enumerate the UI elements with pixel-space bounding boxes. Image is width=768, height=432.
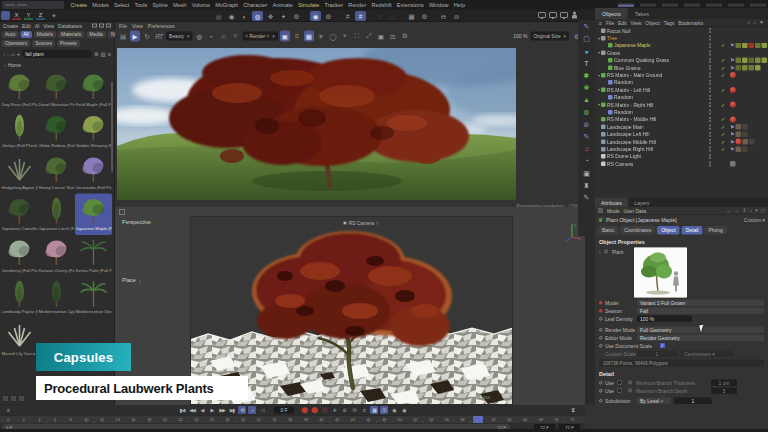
material-chip[interactable] [735, 43, 741, 49]
view-mode-icon[interactable] [3, 396, 8, 401]
breadcrumb[interactable]: ›Home [0, 60, 114, 69]
menu-spline[interactable]: Spline [150, 2, 170, 8]
dock-icon[interactable] [92, 24, 97, 28]
stage-icon[interactable]: ♜ [583, 181, 589, 190]
menu-mesh[interactable]: Mesh [170, 2, 189, 8]
section-tab-detail[interactable]: Detail [682, 226, 703, 235]
crop-icon[interactable]: ⌗ [230, 31, 240, 42]
object-name[interactable]: Landscape Right Hill [607, 146, 653, 152]
gear-a-icon[interactable]: ⚙ [291, 11, 302, 21]
asset-item[interactable]: Jacaranda (Fall Plant) [75, 152, 112, 194]
filter-tab-auto[interactable]: Auto [2, 31, 18, 38]
object-name[interactable]: RS Matrix - Main Ground [607, 72, 662, 78]
object-name[interactable]: Japanese Maple [614, 43, 651, 49]
section-tab-object[interactable]: Object [657, 226, 679, 235]
tree-row[interactable]: Landscape Middle Hill✓⚑ [595, 138, 768, 145]
tree-row[interactable]: Random [595, 94, 768, 101]
viewport-layout-icon[interactable] [538, 12, 546, 18]
speaker-icon[interactable]: ◁ [258, 406, 266, 414]
expand2-icon[interactable]: ⤢ [364, 31, 374, 42]
current-frame-field[interactable]: 0 F [274, 407, 294, 414]
asset-item[interactable]: Lombardy Poplar (Fall... [1, 277, 38, 319]
tree-row[interactable]: RS Matrix - Middle Hill✓ [595, 116, 768, 123]
home-icon[interactable]: ⌂ [11, 51, 15, 58]
material-chip[interactable] [755, 65, 761, 71]
keyframe-dot[interactable] [599, 328, 603, 332]
visibility-dots[interactable] [709, 154, 713, 159]
asset-item[interactable]: Honey Locust 'Sunbur... [38, 152, 75, 194]
use-checkbox[interactable] [617, 380, 622, 385]
keyframe-panel-icon[interactable]: ⧗ [571, 407, 575, 414]
enabled-check[interactable]: ✓ [721, 139, 725, 145]
filter-tab-models[interactable]: Models [34, 31, 56, 38]
grid-a-icon[interactable]: # [342, 11, 353, 21]
next-key-button[interactable]: ▶▮ [228, 406, 236, 414]
rt-toggle[interactable]: RT [154, 31, 164, 42]
up-icon[interactable]: ↥ [742, 208, 746, 214]
section-tab-basic[interactable]: Basic [598, 226, 618, 235]
viewport-label[interactable]: Perspective [122, 219, 151, 225]
visibility-dots[interactable] [709, 147, 713, 152]
camera-label[interactable]: ▣RS Camera◎ [343, 220, 379, 226]
asset-item[interactable]: Japanese Camellia (Fal... [1, 194, 38, 236]
lock-icon[interactable]: ◻ [761, 208, 765, 214]
axis-lock-x[interactable]: X [12, 12, 21, 20]
timeline-ruler[interactable]: 0246810121416182022242628303234363840424… [0, 415, 585, 423]
restart-icon[interactable]: ↻ [142, 31, 152, 42]
param-dropdown[interactable]: Fall [637, 307, 764, 314]
quantize-icon[interactable]: ◐ [239, 11, 250, 21]
deformer-icon[interactable]: ⊘ [584, 120, 590, 129]
back-icon[interactable]: ← [726, 208, 731, 214]
add-icon[interactable]: + [17, 51, 21, 58]
axis-lock-y[interactable]: Y [24, 12, 33, 20]
tree-row[interactable]: ▾RS Matrix - Main Ground✓ [595, 71, 768, 78]
play-button[interactable]: ▶ [208, 406, 216, 414]
rv-menu-file[interactable]: File [119, 23, 127, 29]
tree-row[interactable]: RS Camera [595, 160, 768, 167]
sound-icon[interactable]: ♫ [584, 144, 589, 153]
forward-icon[interactable]: › [7, 51, 9, 58]
zoom-level[interactable]: 100 % [513, 33, 527, 39]
object-name[interactable]: RS Matrix - Left Hill [607, 87, 650, 93]
visibility-dots[interactable] [709, 139, 713, 144]
cloner-icon[interactable]: ❋ [584, 83, 590, 92]
menu-extensions[interactable]: Extensions [394, 2, 426, 8]
snap-key-icon[interactable]: ⚿ [380, 406, 388, 414]
param-dropdown[interactable]: Variant 3 Full Grown [637, 299, 764, 306]
clock-icon[interactable]: ◔ [584, 156, 588, 165]
layout-tab[interactable] [640, 4, 656, 7]
layout-tab[interactable] [684, 4, 700, 7]
bucket-grid-icon[interactable]: ⠿ [292, 31, 302, 42]
layout-tab[interactable] [750, 4, 766, 7]
playhead[interactable] [473, 416, 483, 423]
render-nav-dropdown[interactable]: < Render >▾ [242, 32, 277, 41]
filter-tab-materials[interactable]: Materials [58, 31, 84, 38]
object-name[interactable]: Random [614, 95, 633, 101]
enabled-check[interactable]: ✓ [721, 146, 725, 152]
object-name[interactable]: Common Quaking Grass [614, 58, 669, 64]
asset-scrollbar[interactable] [111, 82, 113, 172]
asset-item[interactable]: Kanzan Cherry (Fall Pl... [38, 235, 75, 277]
axis-tool-icon[interactable]: ⌖ [52, 11, 56, 20]
filter-icon[interactable]: ▼ [759, 20, 764, 26]
layout-tab[interactable] [728, 4, 744, 7]
visibility-dots[interactable] [709, 117, 713, 122]
float-icon[interactable] [99, 24, 104, 28]
visibility-dots[interactable] [709, 65, 713, 70]
param-checkbox[interactable]: ✓ [660, 343, 665, 348]
prev-key-button[interactable]: ◀◀ [188, 406, 196, 414]
progressive-icon[interactable]: ▦ [304, 31, 314, 42]
material-chip[interactable] [735, 65, 741, 71]
ab-menu-databases[interactable]: Databases [58, 23, 82, 29]
asset-item[interactable]: Juneberry (Fall Plant) [1, 235, 38, 277]
keyframe-selection-button[interactable]: ◎ [320, 406, 328, 414]
ab-menu-edit[interactable]: Edit [22, 23, 31, 29]
object-name[interactable]: RS Matrix - Right Hill [607, 102, 653, 108]
snap-icon[interactable]: ◎ [213, 11, 224, 21]
tree-row[interactable]: Landscape Main✓⚑ [595, 123, 768, 130]
menu-create[interactable]: Create [68, 2, 90, 8]
parameter-key-icon[interactable]: ≡ [360, 406, 368, 414]
loop-button[interactable]: ⟲ [238, 406, 246, 414]
menu-modes[interactable]: Modes [90, 2, 112, 8]
monitor1-icon[interactable]: ▣ [376, 31, 386, 42]
